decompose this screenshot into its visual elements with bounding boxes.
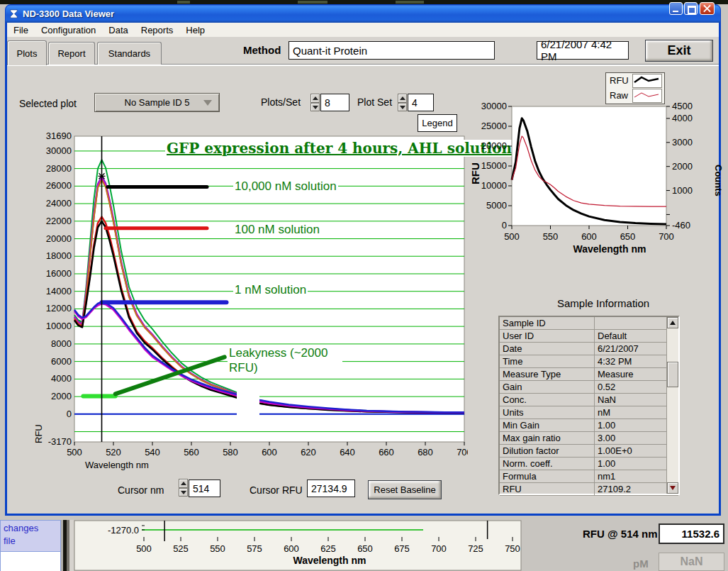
cursor-nm-field[interactable]: 514: [189, 479, 220, 497]
tick-label: RFU: [33, 424, 44, 443]
pm-field: NaN: [659, 553, 724, 571]
cursor-rfu-label: Cursor RFU: [250, 484, 303, 496]
scroll-thumb[interactable]: [667, 362, 678, 387]
table-row[interactable]: Norm. coeff.1.00: [500, 458, 678, 470]
selected-plot-value: No Sample ID 5: [125, 97, 190, 108]
plot-set-spinner[interactable]: [398, 94, 407, 111]
minimize-button[interactable]: [669, 2, 683, 15]
tab-report[interactable]: Report: [48, 42, 95, 65]
tick-label: 26000: [46, 180, 72, 191]
table-cell-key: User ID: [500, 330, 595, 342]
tick-label: 575: [247, 543, 262, 554]
table-row[interactable]: Sample ID: [500, 317, 678, 330]
sample-info-rows: Sample IDUser IDDefaultDate6/21/2007Time…: [500, 317, 678, 496]
table-row[interactable]: RFU27109.2: [500, 483, 678, 496]
table-row[interactable]: UnitsnM: [500, 406, 678, 419]
background-strip-chart: 500525550575600625650675700725750-1270.0…: [74, 520, 527, 571]
chart-annotation-0: GFP expression after 4 hours, AHL soluti…: [165, 140, 513, 157]
legend-button[interactable]: Legend: [418, 114, 457, 132]
table-cell-key: Date: [500, 343, 595, 355]
table-row[interactable]: Date6/21/2007: [500, 343, 678, 355]
scroll-down-icon[interactable]: [667, 482, 678, 494]
table-row[interactable]: Dilution factor1.00E+0: [500, 445, 678, 458]
cursor-rfu-field[interactable]: 27134.9: [307, 479, 355, 497]
maximize-button[interactable]: [684, 2, 698, 15]
tick-label: 18000: [46, 250, 72, 261]
tick-label: 620: [301, 447, 316, 458]
selected-plot-dropdown[interactable]: No Sample ID 5: [94, 93, 220, 112]
menu-item-file[interactable]: File: [7, 25, 35, 35]
spinner-down-icon[interactable]: [398, 103, 407, 112]
menu-item-data[interactable]: Data: [102, 25, 134, 35]
background-link: file: [4, 535, 60, 548]
plots-per-set-spinner[interactable]: [310, 94, 320, 111]
spinner-up-icon[interactable]: [398, 94, 407, 103]
tick-label: 525: [173, 543, 189, 554]
sample-info-table[interactable]: Sample IDUser IDDefaultDate6/21/2007Time…: [498, 316, 680, 495]
tick-label: 520: [106, 447, 121, 458]
menu-item-configuration[interactable]: Configuration: [35, 25, 102, 35]
reset-baseline-button[interactable]: Reset Baseline: [368, 480, 442, 499]
tick-label: 22000: [46, 216, 72, 226]
tick-label: 625: [320, 543, 336, 554]
chevron-down-icon: [203, 100, 212, 106]
plots-per-set-field[interactable]: 8: [320, 94, 349, 111]
chart-annotation-1: 10,000 nM solution: [233, 179, 338, 194]
table-cell-key: Min Gain: [500, 419, 595, 431]
exit-button[interactable]: Exit: [645, 40, 713, 62]
tick-label: -1270.0: [108, 525, 139, 536]
method-input[interactable]: Quant-it Protein: [289, 41, 495, 60]
tick-label: 675: [394, 543, 410, 554]
table-cell-key: Max gain ratio: [500, 432, 595, 444]
table-row[interactable]: Gain0.52: [500, 381, 678, 394]
table-row[interactable]: Conc.NaN: [500, 394, 678, 406]
table-row[interactable]: Measure TypeMeasure: [500, 368, 678, 381]
table-cell-key: Measure Type: [500, 368, 595, 380]
tick-label: 550: [543, 231, 559, 242]
menu-item-reports[interactable]: Reports: [135, 25, 180, 35]
tick-label: 24000: [46, 198, 72, 209]
legend-raw-label: Raw: [606, 90, 632, 101]
table-row[interactable]: Time4:32 PM: [500, 355, 678, 368]
table-cell-key: Sample ID: [500, 317, 595, 329]
plots-per-set-label: Plots/Set: [261, 96, 301, 108]
sample-info-scrollbar[interactable]: [666, 317, 678, 494]
tick-label: 700: [457, 447, 468, 458]
legend-raw-line-icon: [632, 89, 662, 103]
table-cell-key: Norm. coeff.: [500, 458, 595, 470]
table-cell-key: Formula: [500, 470, 595, 482]
cursor-nm-label: Cursor nm: [118, 484, 164, 496]
plot-set-field[interactable]: 4: [408, 94, 434, 111]
table-row[interactable]: User IDDefault: [500, 330, 678, 343]
table-row[interactable]: Formulanm1: [500, 470, 678, 483]
close-button[interactable]: [700, 2, 715, 15]
cursor-nm-spinner[interactable]: [179, 479, 188, 497]
tick-label: 0: [502, 220, 507, 231]
tick-label: 750: [505, 543, 520, 554]
table-cell-key: RFU: [500, 483, 595, 495]
tab-plots[interactable]: Plots: [7, 40, 47, 65]
tick-label: 550: [210, 543, 225, 554]
tick-label: 600: [581, 231, 597, 242]
method-label: Method: [243, 44, 281, 56]
menu-item-help[interactable]: Help: [179, 25, 211, 35]
table-row[interactable]: Min Gain1.00: [500, 419, 678, 432]
spinner-up-icon[interactable]: [179, 479, 188, 488]
tick-label: 15000: [481, 160, 507, 171]
table-cell-key: Gain: [500, 381, 595, 393]
menu-bar: File Configuration Data Reports Help: [7, 23, 719, 37]
spinner-up-icon[interactable]: [310, 94, 320, 103]
tick-label: 10000: [46, 321, 72, 331]
table-row[interactable]: Max gain ratio3.00: [500, 432, 678, 445]
spinner-down-icon[interactable]: [179, 488, 188, 497]
scroll-up-icon[interactable]: [667, 317, 678, 328]
plot-set-label: Plot Set: [357, 96, 392, 108]
background-white-box: [0, 551, 61, 571]
table-cell-key: Units: [500, 406, 595, 418]
tick-label: 12000: [46, 303, 72, 314]
spinner-down-icon[interactable]: [310, 103, 320, 112]
tick-label: Wavelength nm: [573, 243, 646, 255]
tick-label: 1000: [672, 185, 693, 196]
tab-standards[interactable]: Standards: [97, 42, 162, 65]
pm-label: pM: [633, 558, 649, 570]
